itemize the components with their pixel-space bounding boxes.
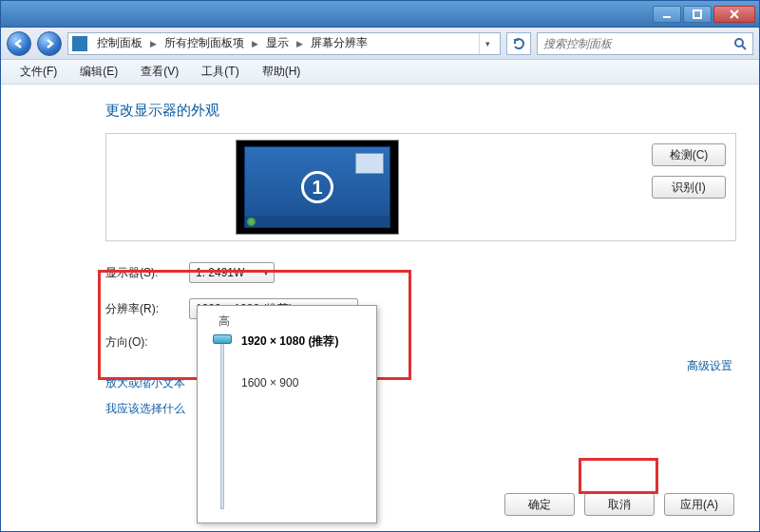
page-title: 更改显示器的外观 (105, 102, 736, 120)
monitor-thumbnail: 1 (244, 146, 390, 228)
slider-thumb[interactable] (213, 334, 232, 344)
resolution-label: 分辨率(R): (105, 301, 189, 317)
advanced-settings-link[interactable]: 高级设置 (687, 358, 732, 374)
chevron-down-icon: ▼ (262, 269, 270, 277)
resolution-dropdown[interactable]: 高 1920 × 1080 (推荐) 1600 × 900 (197, 305, 377, 523)
window-thumbnail-icon (355, 153, 384, 174)
search-input[interactable] (543, 37, 733, 50)
slider-track[interactable] (220, 336, 224, 509)
cancel-button[interactable]: 取消 (584, 493, 655, 516)
content-area: 更改显示器的外观 1 检测(C) 识别(I) 显示器(S): 1. 2491W … (1, 85, 759, 531)
chevron-right-icon: ▶ (294, 39, 305, 48)
menu-tools[interactable]: 工具(T) (190, 62, 250, 82)
chevron-right-icon: ▶ (250, 39, 260, 48)
breadcrumb-item[interactable]: 控制面板 (93, 35, 146, 51)
monitor-value: 1. 2491W (196, 266, 244, 279)
window-frame: 控制面板 ▶ 所有控制面板项 ▶ 显示 ▶ 屏幕分辨率 ▾ 文件(F) 编辑(E… (0, 0, 760, 532)
breadcrumb-item[interactable]: 所有控制面板项 (161, 35, 248, 51)
control-panel-icon (72, 36, 87, 51)
back-button[interactable] (7, 31, 31, 56)
annotation-highlight (579, 458, 658, 494)
menu-help[interactable]: 帮助(H) (251, 62, 313, 82)
maximize-button[interactable] (683, 6, 712, 23)
navbar: 控制面板 ▶ 所有控制面板项 ▶ 显示 ▶ 屏幕分辨率 ▾ (1, 28, 759, 60)
dialog-buttons: 确定 取消 应用(A) (504, 493, 734, 516)
apply-button[interactable]: 应用(A) (664, 493, 734, 516)
titlebar[interactable] (1, 1, 759, 28)
address-dropdown[interactable]: ▾ (479, 33, 496, 54)
menu-edit[interactable]: 编辑(E) (68, 62, 129, 82)
resolution-option[interactable]: 1600 × 900 (241, 376, 298, 390)
menu-view[interactable]: 查看(V) (129, 62, 190, 82)
detect-button[interactable]: 检测(C) (652, 143, 726, 166)
monitor-preview[interactable]: 1 (236, 140, 399, 235)
monitor-label: 显示器(S): (105, 265, 189, 281)
orientation-label: 方向(O): (105, 334, 189, 351)
breadcrumb-item[interactable]: 显示 (262, 35, 293, 51)
svg-line-5 (742, 46, 746, 49)
svg-point-4 (735, 39, 743, 47)
monitor-preview-row: 1 检测(C) 识别(I) (105, 133, 736, 241)
forward-button[interactable] (37, 31, 62, 56)
monitor-number: 1 (301, 171, 333, 203)
monitor-row: 显示器(S): 1. 2491W ▼ (105, 262, 736, 283)
refresh-button[interactable] (506, 32, 531, 55)
identify-button[interactable]: 识别(I) (652, 176, 726, 199)
menubar: 文件(F) 编辑(E) 查看(V) 工具(T) 帮助(H) (1, 60, 759, 85)
taskbar-mini (245, 216, 390, 227)
breadcrumb-item[interactable]: 屏幕分辨率 (307, 35, 371, 51)
search-icon (733, 37, 747, 50)
svg-rect-1 (694, 10, 701, 18)
menu-file[interactable]: 文件(F) (9, 62, 68, 82)
minimize-button[interactable] (653, 6, 681, 23)
close-button[interactable] (713, 6, 755, 23)
monitor-select[interactable]: 1. 2491W ▼ (189, 262, 275, 283)
address-bar[interactable]: 控制面板 ▶ 所有控制面板项 ▶ 显示 ▶ 屏幕分辨率 ▾ (67, 32, 501, 55)
dropdown-high-label: 高 (205, 314, 369, 330)
resolution-option-recommended[interactable]: 1920 × 1080 (推荐) (241, 333, 338, 350)
search-box[interactable] (537, 32, 753, 55)
start-orb-icon (247, 218, 256, 226)
chevron-right-icon: ▶ (148, 39, 159, 48)
ok-button[interactable]: 确定 (504, 493, 575, 516)
